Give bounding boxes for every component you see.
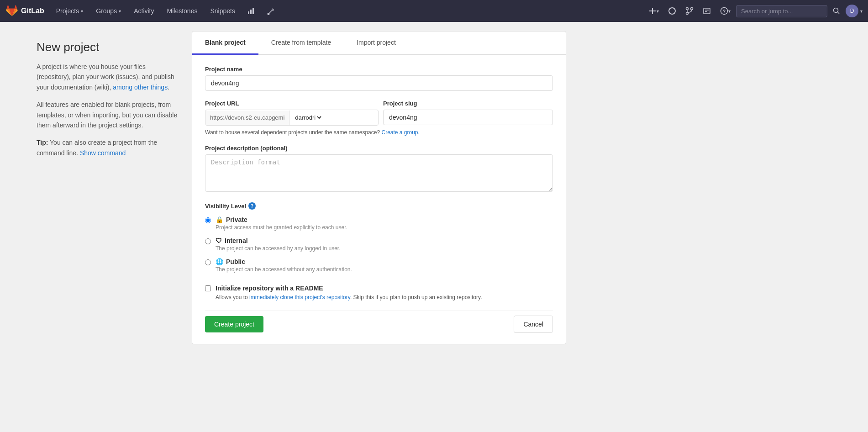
svg-rect-9: [704, 8, 710, 14]
projects-chevron-icon: ▾: [81, 9, 83, 14]
description-input[interactable]: [205, 154, 553, 192]
svg-text:?: ?: [723, 9, 726, 14]
readme-desc: Allows you to immediately clone this pro…: [216, 293, 482, 301]
project-name-input[interactable]: [205, 75, 553, 91]
cancel-button[interactable]: Cancel: [514, 316, 553, 333]
url-cols: https://devon.s2-eu.capgemi darrodri: [205, 110, 553, 126]
url-base-wrapper: https://devon.s2-eu.capgemi darrodri: [205, 110, 379, 126]
visibility-private-desc: Project access must be granted explicitl…: [216, 224, 347, 231]
groups-chevron-icon: ▾: [119, 9, 121, 14]
svg-rect-2: [253, 8, 254, 14]
visibility-private-radio[interactable]: [205, 217, 211, 223]
lock-icon: 🔒: [216, 216, 223, 223]
merge-requests-icon[interactable]: [682, 4, 697, 18]
description-label: Project description (optional): [205, 145, 553, 152]
url-cols-labels: Project URL Project slug: [205, 100, 553, 107]
project-url-group: Project URL Project slug https://devon.s…: [205, 100, 553, 136]
svg-rect-1: [250, 10, 252, 14]
project-slug-label: Project slug: [383, 100, 553, 107]
brand-name: GitLab: [21, 7, 44, 15]
features-description: All features are enabled for blank proje…: [37, 100, 178, 130]
visibility-group: Visibility Level ? 🔒 Private Project acc…: [205, 202, 553, 273]
tab-blank-project[interactable]: Blank project: [192, 32, 258, 55]
add-chevron-icon: ▾: [657, 9, 659, 14]
avatar[interactable]: D: [846, 5, 858, 17]
visibility-public-option: 🌐 Public The project can be accessed wit…: [205, 258, 553, 273]
svg-point-12: [834, 8, 838, 13]
issues-icon[interactable]: [664, 4, 680, 18]
tip-text: Tip: You can also create a project from …: [37, 137, 178, 158]
nav-chart-icon[interactable]: [243, 4, 259, 18]
left-panel: New project A project is where you house…: [0, 22, 192, 432]
user-chevron-icon[interactable]: ▾: [860, 9, 863, 14]
help-icon[interactable]: ? ▾: [716, 4, 734, 18]
readme-content: Initialize repository with a README Allo…: [216, 284, 482, 301]
visibility-private-label[interactable]: 🔒 Private: [216, 216, 347, 223]
form-actions: Create project Cancel: [205, 311, 553, 333]
visibility-public-label[interactable]: 🌐 Public: [216, 258, 352, 265]
navbar: GitLab Projects ▾ Groups ▾ Activity Mile…: [0, 0, 868, 22]
form-card: Blank project Create from template Impor…: [192, 31, 566, 344]
visibility-help-icon[interactable]: ?: [248, 202, 256, 210]
visibility-private-option: 🔒 Private Project access must be granted…: [205, 216, 553, 231]
globe-icon: 🌐: [216, 258, 223, 265]
shield-icon: 🛡: [216, 237, 222, 244]
intro-description: A project is where you house your files …: [37, 62, 178, 92]
search-icon[interactable]: [829, 5, 844, 17]
form-body: Project name Project URL Project slug ht…: [192, 55, 566, 344]
readme-label[interactable]: Initialize repository with a README: [216, 284, 323, 292]
readme-checkbox[interactable]: [205, 285, 211, 291]
svg-line-13: [838, 12, 840, 14]
clone-link[interactable]: immediately clone this project's reposit…: [249, 294, 350, 300]
tab-create-from-template[interactable]: Create from template: [258, 32, 344, 55]
nav-milestones[interactable]: Milestones: [163, 5, 202, 17]
page-title: New project: [37, 40, 178, 54]
url-base-text: https://devon.s2-eu.capgemi: [205, 111, 289, 125]
brand-logo[interactable]: GitLab: [5, 5, 44, 17]
page-wrapper: New project A project is where you house…: [0, 22, 868, 432]
right-panel: Blank project Create from template Impor…: [192, 22, 584, 432]
namespace-select-wrapper: darrodri: [289, 110, 378, 125]
search-input[interactable]: [736, 5, 827, 17]
tab-import-project[interactable]: Import project: [344, 32, 409, 55]
visibility-internal-option: 🛡 Internal The project can be accessed b…: [205, 237, 553, 252]
project-url-label: Project URL: [205, 100, 379, 107]
create-project-button[interactable]: Create project: [205, 316, 263, 332]
namespace-help-text: Want to house several dependent projects…: [205, 129, 553, 136]
todo-icon[interactable]: [699, 4, 715, 18]
navbar-right: ▾ ? ▾ D ▾: [645, 4, 863, 18]
visibility-internal-desc: The project can be accessed by any logge…: [216, 245, 341, 252]
readme-group: Initialize repository with a README Allo…: [205, 282, 553, 301]
create-group-link[interactable]: Create a group.: [381, 129, 419, 136]
svg-rect-0: [248, 11, 249, 14]
visibility-internal-radio[interactable]: [205, 238, 211, 244]
nav-snippets[interactable]: Snippets: [205, 5, 239, 17]
visibility-label: Visibility Level ?: [205, 202, 553, 210]
svg-point-7: [691, 8, 693, 10]
slug-col: [383, 110, 553, 126]
namespace-select[interactable]: darrodri: [293, 110, 323, 125]
project-name-group: Project name: [205, 66, 553, 91]
nav-activity[interactable]: Activity: [129, 5, 158, 17]
among-other-things-link[interactable]: among other things: [113, 84, 168, 91]
project-slug-input[interactable]: [383, 110, 553, 125]
nav-projects[interactable]: Projects ▾: [52, 5, 88, 17]
help-chevron-icon: ▾: [728, 9, 731, 14]
visibility-public-desc: The project can be accessed without any …: [216, 266, 352, 273]
svg-point-5: [669, 8, 675, 14]
description-group: Project description (optional): [205, 145, 553, 193]
nav-wrench-icon[interactable]: [263, 4, 278, 18]
project-name-label: Project name: [205, 66, 553, 73]
visibility-internal-label[interactable]: 🛡 Internal: [216, 237, 341, 244]
tabs: Blank project Create from template Impor…: [192, 32, 566, 55]
nav-groups[interactable]: Groups ▾: [91, 5, 126, 17]
show-command-link[interactable]: Show command: [80, 149, 126, 157]
add-button[interactable]: ▾: [645, 4, 663, 18]
svg-rect-4: [649, 11, 656, 11]
tip-label: Tip:: [37, 139, 48, 146]
svg-point-6: [686, 8, 689, 10]
visibility-public-radio[interactable]: [205, 259, 211, 265]
